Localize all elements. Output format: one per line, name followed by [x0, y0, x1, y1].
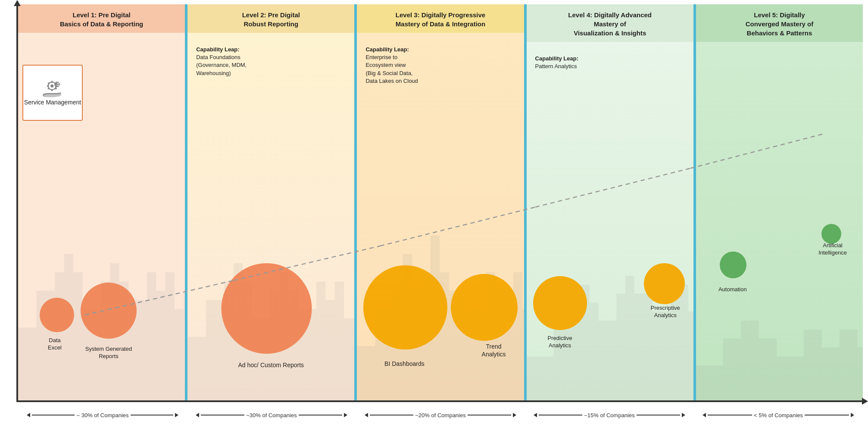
- bubble-predictive: [533, 276, 587, 330]
- pct-inner-4: ~15% of Companies: [534, 412, 686, 419]
- arr-line-5b: [805, 415, 849, 415]
- bubble-data-excel: [40, 298, 74, 332]
- svg-point-11: [56, 84, 58, 86]
- arrow-right-2: [344, 413, 347, 417]
- level2-header: Level 2: Pre DigitalRobust Reporting: [187, 4, 354, 33]
- chart-container: Level 1: Pre DigitalBasics of Data & Rep…: [0, 0, 868, 428]
- arr-line-1: [32, 415, 75, 415]
- y-axis: [16, 4, 18, 402]
- level4-title: Level 4: Digitally AdvancedMastery ofVis…: [568, 11, 652, 37]
- label-automation: Automation: [709, 286, 756, 293]
- level3-body: Capability Leap: Enterprise toEcosystem …: [357, 33, 524, 401]
- pct-inner-3: ~20% of Companies: [365, 412, 517, 419]
- pct-text-1: ~ 30% of Companies: [76, 412, 128, 419]
- arrow-right-1: [175, 413, 178, 417]
- bubble-sys-reports: [81, 283, 137, 339]
- level-col-3: Level 3: Digitally ProgressiveMastery of…: [357, 4, 524, 401]
- level-col-5: Level 5: DigitallyConverged Mastery ofBe…: [696, 4, 863, 401]
- level-col-2: Level 2: Pre DigitalRobust Reporting Cap…: [187, 4, 354, 401]
- arrow-left-1: [27, 413, 30, 417]
- pct-text-3: ~20% of Companies: [415, 412, 465, 419]
- arrow-right-3: [513, 413, 516, 417]
- gear-icon: [41, 79, 65, 98]
- cap-leap-bold-4: Capability Leap:: [535, 55, 578, 62]
- capability-leap-4: Capability Leap: Pattern Analytics: [535, 55, 689, 70]
- capability-leap-3: Capability Leap: Enterprise toEcosystem …: [365, 46, 519, 85]
- svg-rect-13: [56, 86, 58, 87]
- cap-leap-bold-3: Capability Leap:: [365, 46, 409, 53]
- svg-point-1: [50, 85, 53, 88]
- level2-body: Capability Leap: Data Foundations(Govern…: [187, 33, 354, 401]
- label-data-excel: DataExcel: [29, 337, 81, 352]
- svg-rect-2: [51, 81, 53, 83]
- divider-3-4: [524, 4, 527, 401]
- service-mgmt-box: Service Management: [22, 65, 83, 121]
- arr-line-2: [201, 415, 245, 415]
- level5-title: Level 5: DigitallyConverged Mastery ofBe…: [746, 11, 814, 37]
- bubble-automation: [720, 252, 746, 278]
- arrow-left-4: [534, 413, 537, 417]
- pct-item-1: ~ 30% of Companies: [18, 404, 187, 426]
- level1-title: Level 1: Pre DigitalBasics of Data & Rep…: [60, 11, 143, 28]
- arrow-left-3: [365, 413, 368, 417]
- divider-1-2: [185, 4, 187, 401]
- cap-leap-bold-2: Capability Leap:: [196, 46, 239, 53]
- label-predictive: PredictiveAnalytics: [529, 335, 591, 349]
- cap-leap-text-4: Pattern Analytics: [535, 63, 577, 69]
- pct-item-2: ~30% of Companies: [187, 404, 356, 426]
- arrow-right-5: [851, 413, 854, 417]
- arr-line-4: [539, 415, 583, 415]
- pct-row: ~ 30% of Companies ~30% of Companies ~20…: [18, 404, 863, 426]
- svg-rect-14: [54, 84, 56, 85]
- arrow-right-4: [682, 413, 685, 417]
- pct-inner-1: ~ 30% of Companies: [27, 412, 179, 419]
- pct-inner-5: < 5% of Companies: [703, 412, 855, 419]
- level5-body: Automation ArtificialIntelligence: [696, 42, 863, 401]
- cap-leap-text-2: Data Foundations(Governance, MDM,Warehou…: [196, 54, 247, 76]
- arr-line-1b: [131, 415, 174, 415]
- levels-area: Level 1: Pre DigitalBasics of Data & Rep…: [18, 4, 863, 401]
- label-bi: BI Dashboards: [368, 360, 441, 368]
- label-sys-reports: System GeneratedReports: [76, 346, 141, 360]
- level3-header: Level 3: Digitally ProgressiveMastery of…: [357, 4, 524, 33]
- arrow-left-2: [196, 413, 199, 417]
- bubble-bi: [363, 265, 447, 349]
- pct-item-4: ~15% of Companies: [525, 404, 694, 426]
- cap-leap-text-3: Enterprise toEcosystem view(Big & Social…: [365, 54, 418, 84]
- bubble-trend: [451, 274, 518, 341]
- level2-title: Level 2: Pre DigitalRobust Reporting: [242, 11, 300, 28]
- level1-header: Level 1: Pre DigitalBasics of Data & Rep…: [18, 4, 185, 33]
- label-prescriptive: PrescriptiveAnalytics: [640, 305, 691, 319]
- bubble-adhoc: [221, 263, 312, 354]
- pct-item-3: ~20% of Companies: [356, 404, 525, 426]
- pct-item-5: < 5% of Companies: [694, 404, 863, 426]
- level-col-1: Level 1: Pre DigitalBasics of Data & Rep…: [18, 4, 185, 401]
- bubble-ai: [821, 224, 841, 244]
- level4-body: Capability Leap: Pattern Analytics Predi…: [527, 42, 693, 401]
- svg-rect-15: [58, 84, 59, 85]
- arr-line-4b: [637, 415, 681, 415]
- arrow-left-5: [703, 413, 706, 417]
- pct-text-2: ~30% of Companies: [246, 412, 297, 419]
- pct-inner-2: ~30% of Companies: [196, 412, 348, 419]
- arr-line-5: [708, 415, 752, 415]
- level-col-4: Level 4: Digitally AdvancedMastery ofVis…: [527, 4, 693, 401]
- divider-4-5: [693, 4, 696, 401]
- pct-text-4: ~15% of Companies: [584, 412, 634, 419]
- label-trend: TrendAnalytics: [466, 343, 522, 358]
- level3-title: Level 3: Digitally ProgressiveMastery of…: [396, 11, 485, 28]
- svg-rect-12: [56, 82, 58, 83]
- x-axis: [16, 400, 864, 402]
- svg-rect-3: [51, 89, 53, 91]
- arr-line-2b: [299, 415, 343, 415]
- svg-rect-4: [47, 85, 49, 87]
- pct-text-5: < 5% of Companies: [754, 412, 803, 419]
- bubble-prescriptive: [644, 263, 685, 304]
- divider-2-3: [354, 4, 357, 401]
- label-adhoc: Ad hoc/ Custom Reports: [232, 361, 310, 369]
- capability-leap-2: Capability Leap: Data Foundations(Govern…: [196, 46, 350, 77]
- service-mgmt-label: Service Management: [24, 98, 81, 106]
- level5-header: Level 5: DigitallyConverged Mastery ofBe…: [696, 4, 863, 42]
- arr-line-3b: [468, 415, 512, 415]
- label-ai: ArtificialIntelligence: [809, 242, 856, 257]
